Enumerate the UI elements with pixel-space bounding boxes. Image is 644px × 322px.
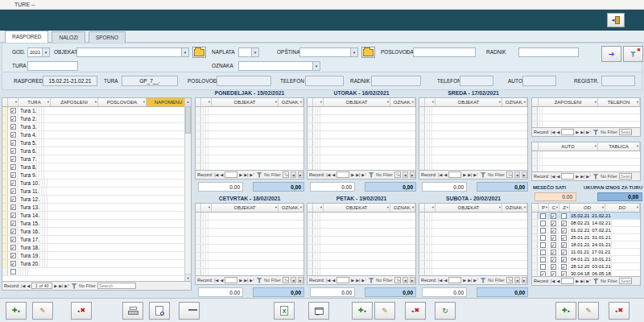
empty-row[interactable] (196, 213, 303, 221)
nav-new-record-icon[interactable]: ▶* (586, 174, 591, 179)
checkbox[interactable]: ✓ (10, 253, 16, 258)
checkbox[interactable]: ✓ (10, 116, 16, 122)
checkbox-cell[interactable] (538, 220, 548, 226)
nav-last-icon[interactable]: ▶| (468, 172, 472, 177)
dropdown-arrow-icon[interactable]: ▾ (602, 204, 604, 212)
filter-funnel-icon[interactable] (592, 130, 599, 135)
table-row[interactable]: ✓Tura 3. (2, 123, 191, 131)
column-header-checkbox[interactable]: ▾ (313, 98, 324, 106)
empty-row[interactable] (419, 115, 527, 123)
column-header-checkbox[interactable]: ▾ (425, 98, 436, 106)
dropdown-arrow-icon[interactable]: ▾ (300, 204, 302, 212)
dropdown-arrow-icon[interactable]: ▾ (387, 204, 389, 212)
nav-first-icon[interactable]: |◀ (551, 130, 555, 134)
empty-row[interactable] (532, 166, 640, 172)
napomena-cell[interactable] (42, 107, 44, 114)
napomena-cell[interactable] (45, 260, 47, 267)
napomena-cell[interactable] (42, 171, 44, 179)
checkbox[interactable]: ✓ (551, 257, 556, 262)
column-header-oznaka[interactable]: OZNAK.▾ (502, 204, 527, 212)
tab-nalozi[interactable]: NALOZI (52, 31, 85, 43)
tura-cell[interactable]: Tura 1. (19, 107, 37, 114)
oznaka-cell[interactable] (318, 261, 320, 268)
scroll-left-icon[interactable]: ◀ (291, 277, 296, 283)
tura-cell[interactable]: Tura 3. (19, 123, 37, 130)
row-selector[interactable] (2, 260, 8, 267)
row-selector[interactable] (308, 163, 313, 171)
do-cell[interactable]: 31.01.21 (590, 234, 611, 241)
checkbox-cell[interactable]: ✓ (548, 242, 559, 248)
dropdown-arrow-icon[interactable]: ▾ (47, 98, 49, 106)
nav-next-icon[interactable]: ▶ (54, 283, 57, 288)
oznaka-cell[interactable] (206, 123, 208, 130)
dropdown-arrow-icon[interactable]: ▾ (412, 204, 414, 212)
dropdown-arrow-icon[interactable]: ▾ (95, 98, 97, 106)
design-button[interactable] (179, 302, 200, 320)
nav-prev-icon[interactable]: ◀ (27, 283, 30, 288)
nav-next-icon[interactable]: ▶ (576, 130, 579, 134)
dropdown-arrow-icon[interactable]: ▾ (15, 98, 17, 106)
print-button[interactable] (122, 302, 143, 320)
checkbox[interactable]: ✓ (10, 213, 16, 218)
row-selector[interactable] (532, 234, 538, 241)
filter-funnel-icon[interactable] (71, 283, 77, 289)
row-selector[interactable] (532, 213, 538, 219)
table-row[interactable]: ✓Tura 12. (2, 196, 191, 204)
registr-info-field[interactable] (601, 76, 635, 86)
scroll-down-icon[interactable]: ▼ (185, 274, 191, 281)
dropdown-arrow-icon[interactable]: ▾ (312, 62, 320, 70)
row-selector[interactable] (419, 213, 425, 220)
filter-funnel-icon[interactable] (368, 172, 374, 178)
row-selector[interactable] (2, 107, 8, 114)
row-selector[interactable] (2, 212, 8, 219)
row-selector[interactable] (196, 115, 201, 122)
row-selector[interactable] (196, 213, 201, 220)
table-row[interactable]: ✓Tura 20. (2, 260, 191, 268)
checkbox-cell[interactable]: ✓ (8, 188, 19, 195)
empty-cell[interactable] (540, 122, 543, 128)
checkbox[interactable]: ✓ (561, 235, 567, 241)
table-row[interactable]: ✓Tura 16. (2, 228, 191, 236)
row-selector-header[interactable] (532, 142, 539, 151)
checkbox-cell[interactable]: ✓ (8, 180, 19, 187)
table-row[interactable]: ✓Tura 7. (2, 155, 191, 163)
oznaka-cell[interactable] (318, 115, 320, 122)
row-selector[interactable] (419, 245, 425, 252)
nav-new-record-icon[interactable]: ▶* (64, 283, 69, 288)
empty-row[interactable] (308, 107, 415, 115)
row-selector[interactable] (2, 268, 8, 275)
checkbox-cell[interactable]: ✓ (8, 123, 19, 130)
row-selector[interactable] (196, 245, 201, 252)
checkbox-cell[interactable]: ✓ (8, 147, 19, 155)
row-selector[interactable] (2, 131, 8, 138)
oznaka-cell[interactable] (430, 155, 432, 163)
empty-cell[interactable] (540, 107, 543, 114)
exit-button[interactable]: ◂ (607, 13, 625, 27)
column-header-z[interactable]: Z▾ (559, 204, 570, 212)
dropdown-arrow-icon[interactable]: ▾ (556, 204, 558, 212)
row-selector[interactable] (308, 245, 313, 252)
table-row[interactable]: ✓Tura 13. (2, 204, 191, 212)
oznaka-cell[interactable] (206, 269, 208, 276)
nav-new-record-icon[interactable]: ▶* (473, 172, 478, 177)
dropdown-arrow-icon[interactable]: ▾ (208, 98, 210, 106)
empty-row[interactable] (196, 261, 303, 269)
row-selector-header[interactable] (196, 98, 201, 106)
row-selector[interactable] (419, 123, 425, 130)
do-cell[interactable]: 07.02.21 (590, 227, 611, 233)
empty-row[interactable] (196, 115, 303, 123)
checkbox[interactable]: ✓ (561, 271, 567, 277)
checkbox-cell[interactable] (538, 242, 548, 248)
scroll-left-icon[interactable]: ◀ (514, 171, 520, 178)
column-header-objekat[interactable]: OBJEKAT▾ (436, 98, 502, 106)
nav-first-icon[interactable]: |◀ (21, 283, 25, 288)
oznaka-cell[interactable] (430, 107, 432, 114)
dropdown-arrow-icon[interactable]: ▾ (524, 98, 526, 106)
tura-cell[interactable]: Tura 17. (19, 236, 40, 243)
oznaka-cell[interactable] (206, 131, 208, 138)
checkbox[interactable]: ✓ (10, 229, 16, 234)
tura-cell[interactable]: Tura 11. (19, 188, 39, 195)
napomena-cell[interactable] (45, 196, 47, 203)
row-selector[interactable] (196, 131, 201, 138)
row-selector-header[interactable] (196, 204, 201, 212)
